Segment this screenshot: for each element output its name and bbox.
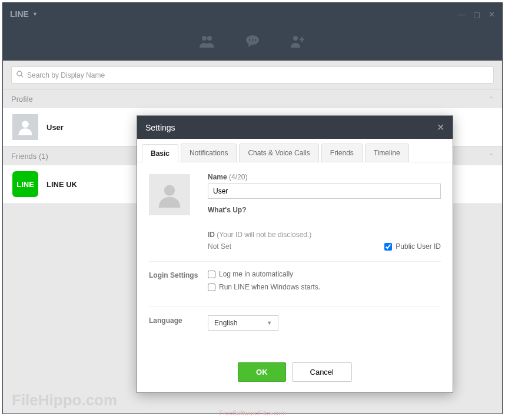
- svg-point-7: [17, 71, 22, 76]
- collapse-icon[interactable]: ⌃: [489, 152, 494, 160]
- language-select[interactable]: English ▼: [208, 315, 278, 331]
- friends-icon[interactable]: [200, 35, 215, 51]
- svg-point-9: [164, 185, 175, 196]
- divider: [149, 306, 441, 307]
- friends-section-label: Friends (1): [11, 152, 48, 161]
- public-id-checkbox[interactable]: Public User ID: [384, 242, 441, 251]
- close-button[interactable]: ✕: [489, 10, 495, 19]
- run-on-startup-checkbox[interactable]: Run LINE when Windows starts.: [208, 283, 441, 291]
- tab-timeline[interactable]: Timeline: [365, 144, 409, 162]
- chevron-down-icon: ▼: [267, 320, 272, 326]
- top-nav: [3, 25, 502, 61]
- tabs: Basic Notifications Chats & Voice Calls …: [137, 139, 453, 162]
- close-icon[interactable]: ✕: [437, 122, 444, 133]
- search-input[interactable]: [27, 71, 489, 79]
- id-label-row: ID (Your ID will not be disclosed.): [208, 231, 441, 239]
- tab-friends[interactable]: Friends: [321, 144, 363, 162]
- svg-point-8: [22, 121, 29, 128]
- svg-point-1: [207, 36, 212, 41]
- svg-point-0: [202, 36, 207, 41]
- window-controls: — ▢ ✕: [457, 10, 495, 19]
- tab-chats[interactable]: Chats & Voice Calls: [239, 144, 318, 162]
- tab-notifications[interactable]: Notifications: [181, 144, 237, 162]
- auto-login-checkbox[interactable]: Log me in automatically: [208, 270, 441, 278]
- modal-header: Settings ✕: [137, 116, 453, 139]
- search-field[interactable]: [11, 66, 494, 84]
- add-friend-icon[interactable]: [290, 35, 305, 51]
- search-icon: [16, 71, 24, 79]
- profile-section-header: Profile ⌃: [3, 89, 502, 108]
- settings-modal: Settings ✕ Basic Notifications Chats & V…: [137, 115, 453, 393]
- ok-button[interactable]: OK: [238, 362, 286, 382]
- minimize-button[interactable]: —: [457, 10, 465, 19]
- language-value: English: [214, 319, 237, 327]
- id-value-row: Not Set Public User ID: [208, 242, 441, 251]
- svg-point-5: [255, 39, 256, 41]
- divider: [149, 261, 441, 262]
- app-menu[interactable]: LINE ▼: [10, 9, 38, 19]
- app-title: LINE: [10, 9, 29, 19]
- friend-name: LINE UK: [46, 180, 77, 189]
- chevron-down-icon: ▼: [32, 11, 38, 17]
- whatsup-label[interactable]: What's Up?: [208, 206, 441, 214]
- modal-title: Settings: [145, 123, 175, 132]
- avatar: [12, 114, 38, 140]
- profile-section-label: Profile: [11, 95, 33, 104]
- language-label: Language: [149, 315, 208, 331]
- svg-point-4: [252, 39, 253, 41]
- search-bar: [3, 61, 502, 89]
- name-input[interactable]: [208, 184, 441, 199]
- profile-avatar[interactable]: [149, 174, 190, 215]
- chat-icon[interactable]: [245, 35, 260, 51]
- modal-body: Name (4/20) What's Up? ID (Your ID will …: [137, 162, 453, 352]
- tab-basic[interactable]: Basic: [142, 144, 178, 162]
- line-logo-icon: LINE: [12, 171, 38, 197]
- profile-name: User: [46, 123, 64, 132]
- collapse-icon[interactable]: ⌃: [489, 95, 494, 103]
- name-field-label: Name (4/20): [208, 173, 441, 181]
- id-value: Not Set: [208, 242, 231, 251]
- watermark-secondary: FreeSoftwareFiles.com: [219, 409, 285, 416]
- svg-point-6: [293, 36, 298, 41]
- titlebar: LINE ▼ — ▢ ✕: [3, 3, 502, 25]
- watermark: FileHippo.com: [12, 391, 117, 409]
- svg-point-3: [249, 39, 250, 41]
- login-settings-label: Login Settings: [149, 270, 208, 296]
- modal-footer: OK Cancel: [137, 352, 453, 392]
- cancel-button[interactable]: Cancel: [292, 362, 352, 382]
- maximize-button[interactable]: ▢: [473, 10, 480, 19]
